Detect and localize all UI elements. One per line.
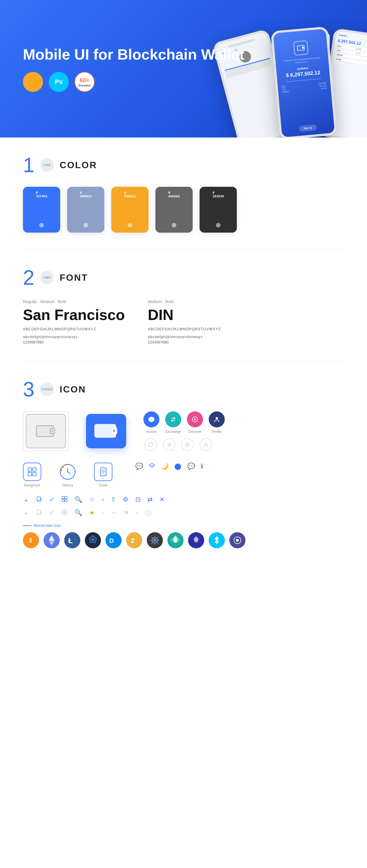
speech-icon[interactable]: 💬 [187, 463, 195, 471]
litecoin-icon[interactable]: Ł [64, 532, 80, 548]
svg-point-21 [60, 470, 62, 471]
svg-rect-34 [37, 510, 40, 514]
swatch-dark-code: #303030 [213, 191, 224, 198]
sketch-badge [23, 72, 43, 92]
order-label: Order [99, 483, 108, 487]
font-sf-weights: Regular · Medium · Bold [23, 299, 125, 304]
misc-icons-row1: 💬 🌙 ⬤ 💬 ℹ [135, 463, 203, 471]
svg-rect-38 [65, 513, 67, 515]
ethereum-icon[interactable] [44, 532, 60, 548]
font-sf-upper: ABCDEFGHIJKLMNOPQRSTUVWXYZ [23, 327, 125, 331]
lattice-icon[interactable] [147, 532, 163, 548]
info-icon-gray[interactable]: ⓘ [145, 509, 151, 518]
svg-rect-36 [65, 509, 67, 512]
svg-rect-18 [28, 472, 32, 476]
copy-icon-gray[interactable] [36, 509, 43, 518]
font-sf-nums: 1234567890 [23, 340, 125, 344]
nav-icons-outline [143, 438, 225, 451]
share-icon[interactable]: ⇧ [111, 496, 116, 504]
layers-icon[interactable] [149, 463, 155, 471]
svg-rect-3 [302, 47, 304, 49]
chat-icon[interactable]: 💬 [135, 463, 143, 471]
font-din-nums: 1234567890 [148, 340, 221, 344]
discover-icon-outline [181, 438, 194, 451]
svg-point-22 [62, 466, 64, 468]
exchange-icon-circle[interactable] [165, 411, 181, 427]
fantom-icon[interactable] [209, 532, 225, 548]
assets-icon-circle[interactable] [143, 411, 160, 427]
management-label: Mangment [24, 483, 40, 487]
plus-icon-gray[interactable]: ＋ [23, 509, 29, 518]
assets-icon-label: Assets [146, 430, 157, 434]
x-icon-gray[interactable]: ✕ [124, 509, 129, 518]
font-din-lower: abcdefghijklmnopqrstuvwxyz [148, 335, 221, 339]
info-icon[interactable]: ℹ [201, 463, 203, 471]
utility-icons-row1: ＋ ✓ 🔍 ☆ ‹ ⇧ ⚙ ⊡ ⇄ ✕ [23, 496, 344, 504]
export-icon[interactable]: ⊡ [135, 496, 140, 504]
check-icon-gray[interactable]: ✓ [49, 509, 55, 518]
back-icon-gray[interactable]: ‹ [102, 509, 104, 518]
grid-icon[interactable] [61, 496, 68, 504]
dark-icon[interactable] [85, 532, 101, 548]
svg-rect-29 [62, 496, 64, 499]
plus-icon[interactable]: ＋ [23, 496, 29, 504]
search-icon[interactable]: 🔍 [75, 496, 82, 504]
icon-section: 3 THREE ICON [0, 362, 367, 565]
history-icon[interactable] [58, 463, 77, 481]
moon-icon[interactable]: 🌙 [161, 463, 169, 471]
forward-gray[interactable]: › [136, 509, 138, 518]
order-icon-item: Order [94, 463, 112, 487]
swatch-orange-code: #F5A623 [124, 191, 136, 198]
color-swatches-container: #3574FA #8DA0C8 #F5A623 #666666 #303030 [23, 187, 344, 232]
svg-text:Ł: Ł [68, 536, 73, 545]
swatch-blue: #3574FA [23, 187, 60, 232]
svg-rect-28 [37, 497, 40, 500]
zcash-icon[interactable]: Z [126, 532, 142, 548]
nav-icons-top: Assets Exchange [143, 411, 225, 434]
font-section-header: 2 TWO FONT [23, 267, 344, 288]
blockchain-line [23, 525, 32, 526]
order-icon[interactable] [94, 463, 112, 481]
star-icon-filled-gray[interactable]: ★ [89, 509, 95, 518]
blockchain-text: BlockChain Icon [34, 523, 61, 528]
circle-icon[interactable]: ⬤ [174, 463, 181, 471]
dash-icon[interactable]: D [106, 532, 121, 548]
back-icon[interactable]: ‹ [102, 496, 104, 504]
management-icon[interactable] [23, 463, 41, 481]
icon-purple[interactable] [229, 532, 246, 548]
swatch-gray-dot [172, 223, 176, 227]
discover-icon-label: Discover [188, 430, 202, 434]
discover-icon-circle[interactable] [187, 411, 203, 427]
nav-icon-assets: Assets [143, 411, 160, 434]
wallet-icon-showcase: Assets Exchange [23, 411, 344, 451]
color-section-title: COLOR [60, 160, 97, 170]
swap-icon[interactable]: ⇄ [147, 496, 152, 504]
swatch-grayblue-dot [83, 223, 88, 227]
assets-icon-outline [144, 438, 157, 451]
bitcoin-icon[interactable]: ₿ [23, 532, 39, 548]
settings-icon[interactable]: ⚙ [123, 496, 129, 504]
check-icon[interactable]: ✓ [49, 496, 55, 504]
svg-point-15 [205, 443, 207, 444]
font-section-label: TWO [40, 271, 54, 284]
svg-rect-17 [33, 468, 36, 471]
color-section-header: 1 ONE COLOR [23, 155, 344, 175]
profile-icon-circle[interactable] [209, 411, 225, 427]
small-icons-section: 💬 🌙 ⬤ 💬 ℹ [135, 463, 203, 474]
icon-section-title: ICON [60, 384, 86, 395]
arrow-gray[interactable]: ↔ [111, 509, 117, 518]
copy-icon[interactable] [36, 496, 43, 504]
nav-icon-profile: Profile [209, 411, 225, 434]
screens-label: Screens [79, 84, 91, 87]
screens-badge: 60+ Screens [75, 72, 94, 92]
crystal-icon[interactable] [188, 532, 204, 548]
stealth-icon[interactable] [167, 532, 184, 548]
font-din-weights: Medium · Bold [148, 299, 221, 304]
star-icon[interactable]: ☆ [89, 496, 95, 504]
search-icon-gray[interactable]: 🔍 [75, 509, 82, 518]
font-sf-name: San Francisco [23, 306, 125, 323]
grid-icon-gray[interactable] [61, 509, 68, 518]
utility-icons-row2: ＋ ✓ 🔍 ★ ‹ ↔ ✕ › ⓘ [23, 509, 344, 518]
ps-label: Ps [55, 78, 63, 86]
close-icon[interactable]: ✕ [160, 496, 165, 504]
